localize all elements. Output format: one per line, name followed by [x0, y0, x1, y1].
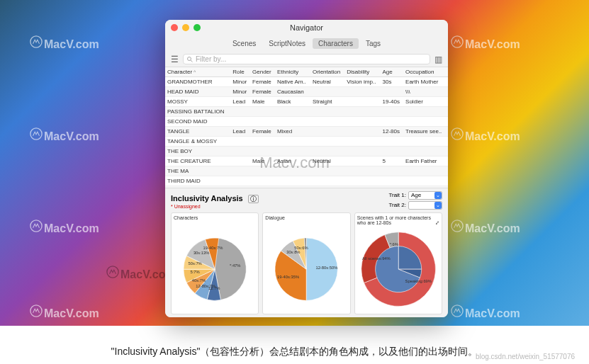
table-row[interactable]: HEAD MAIDMinorFemaleCaucasian\\\ [165, 87, 448, 97]
sidebar-icon[interactable]: ☰ [171, 55, 179, 64]
desktop: MacV.com MacV.com MacV.com MacV.com MacV… [0, 0, 589, 326]
tabs: ScenesScriptNotesCharactersTags [165, 35, 448, 52]
svg-point-3 [30, 128, 42, 140]
pie-chart: *:47%12:7%12-80s:7%40s:7%5:7%50s:7%30s:1… [174, 227, 256, 312]
svg-point-5 [451, 220, 463, 232]
table-row[interactable]: MOSSYLeadMaleBlackStraight19-40sSoldier [165, 97, 448, 107]
tab-scenes[interactable]: Scenes [227, 38, 262, 49]
table-row[interactable]: GRANDMOTHERMinorFemaleNative Am..Neutral… [165, 77, 448, 87]
svg-text:40s:7%: 40s:7% [192, 278, 206, 282]
table-row[interactable]: SECOND MAID [165, 117, 448, 127]
svg-text:*:47%: *:47% [230, 263, 240, 268]
pie-chart: Speaking:69%All scenes:94%*:6% [357, 227, 439, 312]
chart-2[interactable]: Scenes with 1 or more characters who are… [354, 212, 442, 314]
watermark: MacV.com [451, 220, 520, 235]
chart-title: Characters [174, 215, 256, 225]
svg-text:12-80s:7%: 12-80s:7% [196, 283, 215, 288]
search-placeholder: Filter by... [196, 55, 226, 63]
watermark: MacV.com [451, 35, 520, 51]
chart-1[interactable]: Dialogue12-80s:50%19-40s:35%30s:8%50s:6% [262, 212, 350, 314]
col-disability[interactable]: Disability [344, 67, 380, 77]
svg-text:All scenes:94%: All scenes:94% [362, 256, 391, 260]
table-row[interactable]: TANGLELeadFemaleMixed12-80sTreasure see.… [165, 127, 448, 137]
inclusivity-analysis: Inclusivity Analysis ⓘ * Unassigned Trai… [165, 188, 448, 317]
pie-chart: 12-80s:50%19-40s:35%30s:8%50s:6% [265, 227, 347, 312]
col-role[interactable]: Role [230, 67, 250, 77]
col-ethnicity[interactable]: Ethnicity [275, 67, 310, 77]
svg-text:12-80s:50%: 12-80s:50% [316, 266, 338, 270]
trait2-select[interactable]: ⌄ [408, 201, 442, 210]
svg-point-8 [30, 305, 42, 317]
svg-point-4 [30, 220, 42, 232]
table-row[interactable]: TANGLE & MOSSY [165, 137, 448, 147]
analysis-title: Inclusivity Analysis [171, 194, 243, 203]
minimize-button[interactable] [182, 24, 189, 31]
trait2-label: Trait 2: [388, 202, 406, 208]
svg-point-7 [451, 305, 463, 317]
watermark: MacV.com [30, 305, 99, 320]
col-character[interactable]: Character [165, 67, 230, 77]
analysis-subtitle: * Unassigned [171, 204, 259, 209]
tab-characters[interactable]: Characters [313, 38, 359, 49]
svg-point-2 [451, 128, 463, 140]
svg-text:30s:13%: 30s:13% [193, 250, 210, 254]
toolbar: ☰ Filter by... ▥ [165, 52, 448, 67]
svg-text:50s:7%: 50s:7% [188, 261, 201, 266]
watermark: MacV.com [451, 305, 520, 320]
col-age[interactable]: Age [381, 67, 404, 77]
table-row[interactable]: THE BOY [165, 147, 448, 157]
svg-point-9 [188, 57, 191, 60]
navigator-window: Navigator ScenesScriptNotesCharactersTag… [165, 20, 448, 317]
col-orientation[interactable]: Orientation [310, 67, 344, 77]
tab-scriptnotes[interactable]: ScriptNotes [263, 38, 311, 49]
source-watermark: blog.csdn.net/weixin_51577076 [476, 353, 575, 360]
tab-tags[interactable]: Tags [360, 38, 386, 49]
svg-point-1 [451, 36, 463, 47]
svg-text:*:6%: *:6% [389, 241, 398, 246]
close-button[interactable] [171, 24, 178, 31]
watermark: MacV.com [451, 127, 520, 143]
col-occupation[interactable]: Occupation [403, 67, 448, 77]
svg-text:19-40s:7%: 19-40s:7% [203, 245, 223, 249]
chart-title: Scenes with 1 or more characters who are… [357, 215, 439, 225]
svg-text:50s:6%: 50s:6% [295, 246, 308, 250]
table-row[interactable]: THE CREATUREMaleAsianNeutral5Earth Fathe… [165, 157, 448, 166]
titlebar: Navigator [165, 20, 448, 35]
col-gender[interactable]: Gender [250, 67, 275, 77]
table-row[interactable]: THE MA [165, 166, 448, 176]
chart-title: Dialogue [265, 215, 347, 225]
svg-text:19-40s:35%: 19-40s:35% [277, 275, 299, 279]
window-title: Navigator [171, 23, 442, 32]
trait1-label: Trait 1: [388, 192, 406, 198]
svg-text:Speaking:69%: Speaking:69% [405, 279, 431, 283]
maximize-button[interactable] [193, 24, 201, 31]
svg-line-10 [191, 60, 193, 62]
character-table[interactable]: CharacterRoleGenderEthnicityOrientationD… [165, 67, 448, 188]
search-input[interactable]: Filter by... [183, 54, 430, 64]
svg-text:30s:8%: 30s:8% [287, 250, 301, 254]
svg-text:5:7%: 5:7% [191, 270, 200, 274]
watermark: MacV.com [30, 35, 99, 51]
svg-point-6 [107, 266, 118, 278]
expand-icon[interactable]: ⤢ [435, 220, 439, 226]
chevron-down-icon: ⌄ [434, 202, 442, 209]
watermark: MacV.com [30, 127, 99, 143]
chevron-down-icon: ⌄ [434, 192, 442, 199]
info-icon[interactable]: ⓘ [248, 195, 259, 203]
trait1-select[interactable]: Age⌄ [408, 191, 442, 200]
search-icon [186, 56, 193, 63]
chart-0[interactable]: Characters*:47%12:7%12-80s:7%40s:7%5:7%5… [171, 212, 259, 314]
watermark: MacV.com [30, 220, 99, 235]
columns-icon[interactable]: ▥ [434, 55, 442, 64]
svg-point-0 [30, 36, 42, 47]
table-row[interactable]: THIRD MAID [165, 176, 448, 186]
table-row[interactable]: PASSING BATTALION [165, 107, 448, 117]
